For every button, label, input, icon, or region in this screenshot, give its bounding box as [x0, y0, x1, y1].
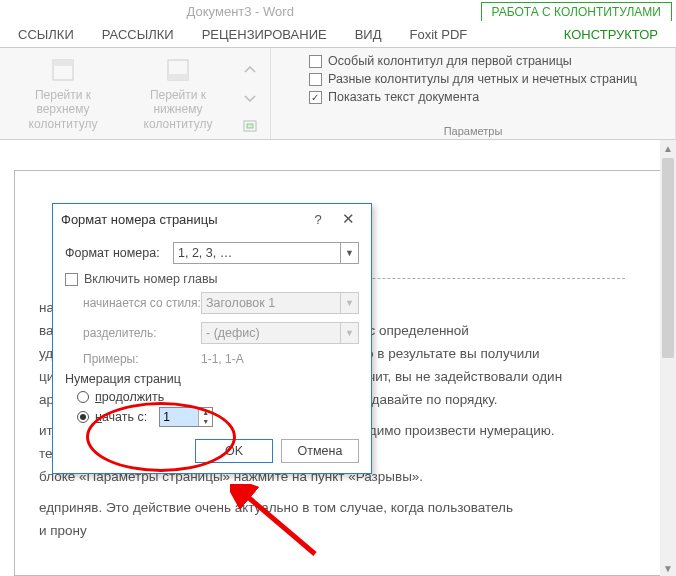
format-combo[interactable]: 1, 2, 3, … ▼	[173, 242, 359, 264]
svg-rect-5	[247, 124, 253, 128]
checkbox-odd-even[interactable]: Разные колонтитулы для четных и нечетных…	[309, 72, 637, 86]
starts-style-value: Заголовок 1	[206, 296, 275, 310]
goto-header-button[interactable]: Перейти к верхнему колонтитулу	[8, 52, 118, 131]
checkbox-icon	[309, 73, 322, 86]
tab-foxit[interactable]: Foxit PDF	[410, 27, 468, 42]
svg-rect-3	[168, 74, 188, 80]
ribbon-tabs: ССЫЛКИ РАССЫЛКИ РЕЦЕНЗИРОВАНИЕ ВИД Foxit…	[0, 22, 676, 48]
goto-header-label: Перейти к верхнему колонтитулу	[8, 88, 118, 131]
separator-combo: - (дефис) ▼	[201, 322, 359, 344]
scroll-thumb[interactable]	[662, 158, 674, 358]
dialog-titlebar: Формат номера страницы ? ✕	[53, 204, 371, 234]
cancel-button[interactable]: Отмена	[281, 439, 359, 463]
radio-start-at-label: начать с:	[95, 410, 147, 424]
arrow-up-icon	[242, 62, 258, 78]
radio-continue[interactable]: продолжить	[77, 390, 359, 404]
dialog-title: Формат номера страницы	[61, 212, 303, 227]
checkbox-icon	[309, 55, 322, 68]
checkbox-first-page-label: Особый колонтитул для первой страницы	[328, 54, 572, 68]
goto-footer-label: Перейти к нижнему колонтитулу	[126, 88, 230, 131]
next-section-button[interactable]	[238, 86, 262, 110]
radio-continue-label: продолжить	[95, 390, 164, 404]
group-parameters-label: Параметры	[444, 123, 503, 137]
page-number-format-dialog: Формат номера страницы ? ✕ Формат номера…	[52, 203, 372, 474]
checkbox-odd-even-label: Разные колонтитулы для четных и нечетных…	[328, 72, 637, 86]
examples-label: Примеры:	[83, 352, 201, 366]
header-icon	[49, 56, 77, 84]
document-title: Документ3 - Word	[0, 4, 481, 19]
scroll-up-button[interactable]: ▲	[660, 140, 676, 156]
nav-mini-buttons	[238, 52, 262, 138]
ok-button[interactable]: OK	[195, 439, 273, 463]
include-chapter-label: Включить номер главы	[84, 272, 218, 286]
group-navigation: Перейти к верхнему колонтитулу Перейти к…	[0, 48, 271, 139]
checkbox-checked-icon: ✓	[309, 91, 322, 104]
include-chapter-checkbox[interactable]: Включить номер главы	[65, 272, 359, 286]
start-at-value: 1	[160, 408, 198, 426]
previous-section-button[interactable]	[238, 58, 262, 82]
chevron-down-icon: ▼	[340, 323, 358, 343]
footer-icon	[164, 56, 192, 84]
goto-footer-button[interactable]: Перейти к нижнему колонтитулу	[126, 52, 230, 131]
tab-design[interactable]: КОНСТРУКТОР	[564, 27, 658, 42]
chevron-down-icon: ▼	[340, 293, 358, 313]
starts-style-label: начинается со стиля:	[83, 296, 201, 310]
examples-value: 1-1, 1-A	[201, 352, 244, 366]
tab-links[interactable]: ССЫЛКИ	[18, 27, 74, 42]
titlebar: Документ3 - Word РАБОТА С КОЛОНТИТУЛАМИ	[0, 0, 676, 22]
tab-review[interactable]: РЕЦЕНЗИРОВАНИЕ	[202, 27, 327, 42]
radio-selected-icon	[77, 411, 89, 423]
scroll-down-button[interactable]: ▼	[660, 560, 676, 576]
format-value: 1, 2, 3, …	[178, 246, 232, 260]
separator-value: - (дефис)	[206, 326, 260, 340]
tab-view[interactable]: ВИД	[355, 27, 382, 42]
radio-icon	[77, 391, 89, 403]
help-button[interactable]: ?	[303, 212, 333, 227]
format-label: Формат номера:	[65, 246, 173, 260]
chevron-down-icon: ▼	[340, 243, 358, 263]
checkbox-show-doc-label: Показать текст документа	[328, 90, 479, 104]
group-parameters: Особый колонтитул для первой страницы Ра…	[271, 48, 676, 139]
close-button[interactable]: ✕	[333, 210, 363, 228]
spin-down-button[interactable]: ▼	[199, 417, 212, 426]
starts-style-combo: Заголовок 1 ▼	[201, 292, 359, 314]
numbering-group-label: Нумерация страниц	[65, 372, 359, 386]
start-at-spinner[interactable]: 1 ▲ ▼	[159, 407, 213, 427]
checkbox-icon	[65, 273, 78, 286]
separator-label: разделитель:	[83, 326, 201, 340]
arrow-down-icon	[242, 90, 258, 106]
radio-start-at[interactable]: начать с: 1 ▲ ▼	[77, 407, 359, 427]
link-previous-button[interactable]	[238, 114, 262, 138]
spin-up-button[interactable]: ▲	[199, 408, 212, 417]
checkbox-show-doc[interactable]: ✓ Показать текст документа	[309, 90, 637, 104]
context-tab-header-footer[interactable]: РАБОТА С КОЛОНТИТУЛАМИ	[481, 2, 673, 21]
checkbox-first-page[interactable]: Особый колонтитул для первой страницы	[309, 54, 637, 68]
link-icon	[242, 118, 258, 134]
tab-mailings[interactable]: РАССЫЛКИ	[102, 27, 174, 42]
ribbon: Перейти к верхнему колонтитулу Перейти к…	[0, 48, 676, 140]
svg-rect-1	[53, 60, 73, 66]
vertical-scrollbar[interactable]: ▲ ▼	[660, 140, 676, 576]
